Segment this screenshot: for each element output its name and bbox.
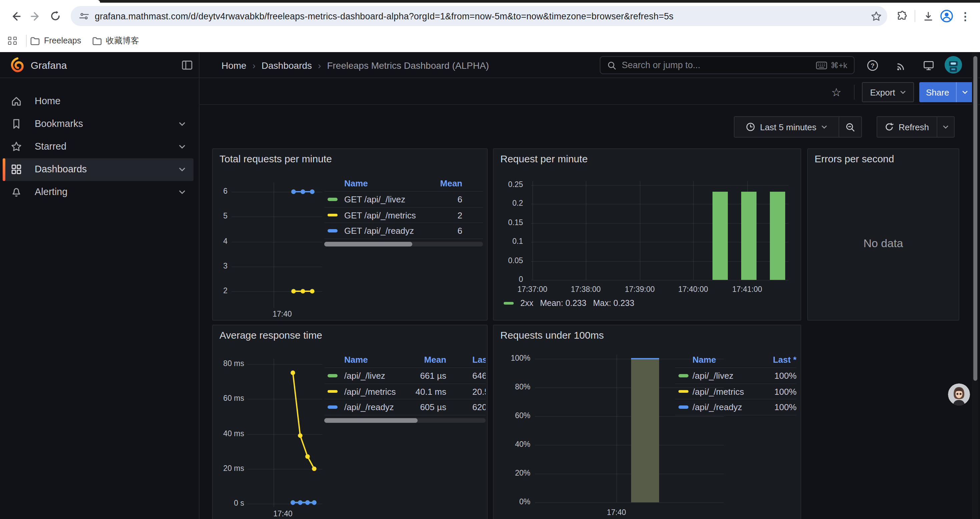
sidebar-item-alerting[interactable]: Alerting — [3, 181, 194, 204]
table-row[interactable]: GET /api/_/metrics2 — [324, 208, 483, 223]
url-text[interactable]: grafana.mathmast.com/d/deytv4rwavabkb/fr… — [95, 11, 865, 21]
y-tick-label: 0.15 — [494, 219, 523, 227]
series-color-pill — [328, 390, 337, 393]
breadcrumb-dashboards[interactable]: Dashboards — [261, 60, 312, 70]
search-input[interactable]: Search or jump to... ⌘+k — [600, 56, 854, 74]
forward-button[interactable] — [25, 6, 45, 26]
legend[interactable]: 2xx Mean: 0.233 Max: 0.233 — [504, 299, 635, 308]
sidebar-item-starred[interactable]: Starred — [3, 136, 194, 158]
table-scrollbar-track[interactable] — [324, 241, 483, 246]
help-icon: ? — [867, 59, 878, 72]
sidebar-toggle-button[interactable] — [181, 59, 193, 71]
refresh-button[interactable]: Refresh — [877, 116, 937, 137]
y-tick-label: 0 — [494, 275, 523, 283]
back-button[interactable] — [5, 6, 25, 26]
table-row[interactable]: /api/_/readyz605 µs620 µs — [324, 399, 486, 415]
table-row[interactable]: /api/_/livez661 µs646 µs — [324, 368, 486, 384]
panel-title: Errors per second — [815, 153, 894, 164]
folder-icon — [92, 37, 102, 45]
bar-2xx[interactable] — [713, 192, 728, 280]
share-button[interactable]: Share — [919, 82, 956, 102]
table-row[interactable]: GET /api/_/livez6 — [324, 192, 483, 208]
extensions-button[interactable] — [892, 7, 911, 26]
help-button[interactable]: ? — [866, 59, 879, 72]
row-separator — [675, 414, 797, 415]
toolbar-divider — [915, 10, 915, 22]
forward-icon — [30, 10, 41, 22]
chevron-down-icon[interactable] — [179, 121, 185, 126]
chevron-down-icon[interactable] — [179, 190, 185, 194]
column-header[interactable]: Mean — [440, 178, 462, 188]
y-tick-label: 20% — [497, 469, 530, 477]
table-row[interactable]: GET /api/_/readyz6 — [324, 223, 483, 239]
area-bar-100pct[interactable] — [631, 359, 659, 502]
monitor-icon — [923, 59, 935, 72]
bookmark-folder-blogs[interactable]: 收藏博客 — [92, 35, 139, 46]
sidebar-divider — [199, 52, 199, 519]
share-menu-button[interactable] — [956, 82, 973, 102]
series-color-pill — [328, 213, 337, 216]
y-tick-label: 60% — [497, 412, 530, 420]
bookmark-folder-freeleaps[interactable]: Freeleaps — [30, 36, 81, 45]
sidebar-item-label: Bookmarks — [35, 118, 83, 129]
panel-request-per-minute[interactable]: Request per minute 0.250.20.150.10.05017… — [493, 148, 801, 321]
table-scrollbar-thumb[interactable] — [324, 418, 418, 423]
page-scrollbar-thumb[interactable] — [973, 56, 977, 381]
panel-average-response-time[interactable]: Average response time 80 ms60 ms40 ms20 … — [212, 325, 488, 519]
bar-2xx[interactable] — [741, 192, 757, 280]
floating-assistant-avatar[interactable] — [948, 383, 970, 406]
site-settings-icon[interactable] — [79, 11, 89, 21]
bar-2xx[interactable] — [770, 192, 785, 280]
dashboards-icon — [11, 164, 22, 175]
legend-table-header: NameLast * — [675, 352, 797, 368]
column-header[interactable]: Last * — [473, 355, 486, 365]
table-row[interactable]: /api/_/metrics100% — [675, 384, 797, 399]
bookmark-star-icon[interactable] — [870, 10, 882, 22]
y-tick-label: 0% — [497, 498, 530, 506]
kiosk-mode-button[interactable] — [922, 59, 935, 72]
user-avatar[interactable] — [945, 56, 962, 73]
chevron-down-icon[interactable] — [179, 144, 185, 149]
column-header[interactable]: Name — [344, 178, 368, 188]
time-range-button[interactable]: Last 5 minutes — [734, 116, 839, 137]
sidebar-item-label: Home — [35, 96, 60, 106]
sidebar-item-dashboards[interactable]: Dashboards — [3, 158, 194, 181]
table-row[interactable]: /api/_/readyz100% — [675, 399, 797, 415]
column-header[interactable]: Name — [692, 355, 716, 365]
table-row[interactable]: /api/_/metrics40.1 ms20.5 ms — [324, 384, 486, 399]
sidebar-item-bookmarks[interactable]: Bookmarks — [3, 113, 194, 136]
table-scrollbar-thumb[interactable] — [324, 241, 412, 246]
series-color-pill — [678, 374, 689, 377]
panel-requests-under-100ms[interactable]: Requests under 100ms 100%80%60%40%20%0%1… — [493, 325, 801, 519]
zoom-out-button[interactable] — [839, 116, 862, 137]
column-header[interactable]: Mean — [391, 355, 446, 365]
export-button[interactable]: Export — [862, 82, 914, 102]
reload-button[interactable] — [45, 6, 65, 26]
favorite-dashboard-button[interactable]: ☆ — [831, 86, 842, 99]
apps-grid-icon[interactable] — [8, 37, 18, 45]
active-tab[interactable] — [0, 0, 100, 3]
x-tick-label: 17:39:00 — [613, 285, 667, 293]
panel-errors-per-second[interactable]: Errors per second No data — [807, 148, 959, 321]
robot-avatar-icon — [945, 56, 962, 73]
browser-toolbar: grafana.mathmast.com/d/deytv4rwavabkb/fr… — [0, 3, 980, 29]
sidebar-item-home[interactable]: Home — [3, 90, 194, 113]
table-row[interactable]: /api/_/livez100% — [675, 368, 797, 384]
area-bar-cap — [631, 358, 659, 359]
column-header[interactable]: Last * — [773, 355, 797, 365]
refresh-interval-button[interactable] — [937, 116, 954, 137]
grafana-logo[interactable] — [10, 57, 25, 73]
share-button-group: Share — [919, 82, 973, 102]
panel-total-requests[interactable]: Total requests per minute 6543217:40 Nam… — [212, 148, 488, 321]
url-bar[interactable]: grafana.mathmast.com/d/deytv4rwavabkb/fr… — [71, 6, 887, 26]
news-button[interactable] — [894, 59, 907, 72]
profile-button[interactable] — [937, 7, 956, 26]
downloads-button[interactable] — [919, 7, 937, 26]
browser-menu-button[interactable]: ⋮ — [956, 7, 975, 26]
chevron-down-icon[interactable] — [179, 167, 185, 172]
series-name[interactable]: 2xx — [520, 299, 533, 308]
y-tick-label: 0.25 — [494, 180, 523, 188]
table-scrollbar-track[interactable] — [324, 418, 486, 423]
column-header[interactable]: Name — [344, 355, 368, 365]
breadcrumb-home[interactable]: Home — [221, 60, 247, 70]
